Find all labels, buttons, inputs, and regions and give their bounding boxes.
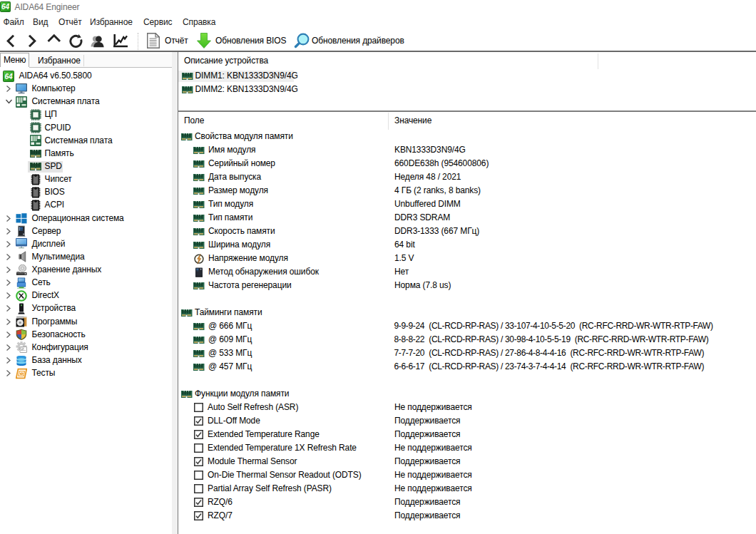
svg-text:64: 64 <box>4 73 13 81</box>
svg-text:64: 64 <box>1 3 10 11</box>
